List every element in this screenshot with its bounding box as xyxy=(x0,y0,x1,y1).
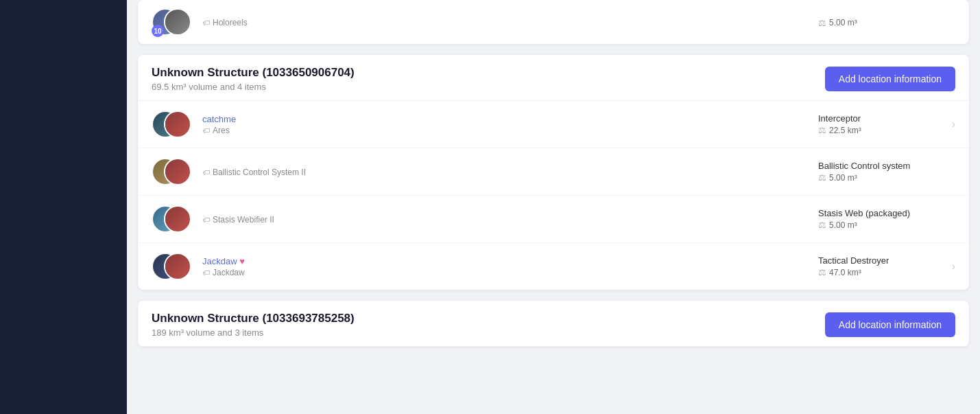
stasis-avatars xyxy=(152,204,193,234)
jackdaw-stats: Tactical Destroyer ⚖ 47.0 km³ xyxy=(818,255,945,277)
structure-2-header: Unknown Structure (1033693785258) 189 km… xyxy=(138,301,969,347)
jackdaw-volume: ⚖ 47.0 km³ xyxy=(818,267,945,277)
jackdaw-volume-text: 47.0 km³ xyxy=(829,268,861,277)
jackdaw-avatars xyxy=(152,251,193,281)
stasis-right: Stasis Web (packaged) ⚖ 5.00 m³ xyxy=(818,208,955,230)
stasis-volume: ⚖ 5.00 m³ xyxy=(818,220,955,230)
stasis-volume-text: 5.00 m³ xyxy=(829,220,857,230)
bcs-type: Ballistic Control system xyxy=(818,161,955,171)
jackdaw-tag-text: Jackdaw xyxy=(213,268,245,277)
holoreels-tag-text: Holoreels xyxy=(213,18,248,27)
top-item-card: 10 🏷 Holoreels ⚖ 5.00 m³ xyxy=(138,0,969,44)
holoreels-avatars: 10 xyxy=(152,7,193,37)
bcs-info: 🏷 Ballistic Control System II xyxy=(202,166,818,177)
jackdaw-tag: 🏷 Jackdaw xyxy=(202,268,818,277)
bcs-avatars xyxy=(152,157,193,187)
structure-2-subtitle: 189 km³ volume and 3 items xyxy=(152,327,355,338)
holoreels-tag-icon: 🏷 xyxy=(202,19,210,27)
jackdaw-info: Jackdaw ♥ 🏷 Jackdaw xyxy=(202,256,818,277)
holoreels-stats: ⚖ 5.00 m³ xyxy=(818,16,955,28)
jackdaw-chevron: › xyxy=(952,260,955,273)
stasis-tag-icon: 🏷 xyxy=(202,216,210,224)
holoreels-volume-icon: ⚖ xyxy=(818,18,826,28)
stasis-stats: Stasis Web (packaged) ⚖ 5.00 m³ xyxy=(818,208,955,230)
catchme-chevron: › xyxy=(952,118,955,130)
bcs-volume-text: 5.00 m³ xyxy=(829,173,857,183)
stasis-volume-icon: ⚖ xyxy=(818,220,826,230)
jackdaw-name-link[interactable]: Jackdaw ♥ xyxy=(202,256,245,266)
stasis-tag: 🏷 Stasis Webifier II xyxy=(202,215,818,225)
jackdaw-tag-icon: 🏷 xyxy=(202,268,210,277)
holoreels-badge: 10 xyxy=(152,25,164,37)
structure-2-title-block: Unknown Structure (1033693785258) 189 km… xyxy=(152,312,355,338)
catchme-tag-text: Ares xyxy=(213,126,230,135)
holoreels-volume: ⚖ 5.00 m³ xyxy=(818,18,955,28)
jackdaw-left: Jackdaw ♥ 🏷 Jackdaw xyxy=(152,251,818,281)
structure-2-title: Unknown Structure (1033693785258) xyxy=(152,312,355,325)
bcs-volume: ⚖ 5.00 m³ xyxy=(818,172,955,183)
bcs-tag-text: Ballistic Control System II xyxy=(213,168,306,177)
bcs-right: Ballistic Control system ⚖ 5.00 m³ xyxy=(818,161,955,183)
stasis-info: 🏷 Stasis Webifier II xyxy=(202,214,818,225)
catchme-volume: ⚖ 22.5 km³ xyxy=(818,125,945,135)
holoreels-row[interactable]: 10 🏷 Holoreels ⚖ 5.00 m³ xyxy=(138,0,969,44)
catchme-row[interactable]: catchme 🏷 Ares Interceptor ⚖ 22.5 km³ xyxy=(138,101,969,148)
stasis-tag-text: Stasis Webifier II xyxy=(213,215,274,225)
bcs-row: 🏷 Ballistic Control System II Ballistic … xyxy=(138,148,969,196)
main-content: 10 🏷 Holoreels ⚖ 5.00 m³ Un xyxy=(127,0,980,414)
jackdaw-name: Jackdaw ♥ xyxy=(202,256,818,266)
catchme-avatars xyxy=(152,109,193,139)
bcs-stats: Ballistic Control system ⚖ 5.00 m³ xyxy=(818,161,955,183)
stasis-type: Stasis Web (packaged) xyxy=(818,208,955,218)
stasis-left: 🏷 Stasis Webifier II xyxy=(152,204,818,234)
catchme-left: catchme 🏷 Ares xyxy=(152,109,818,139)
catchme-tag-icon: 🏷 xyxy=(202,126,210,135)
catchme-avatar-char xyxy=(164,111,191,138)
holoreels-volume-block: ⚖ 5.00 m³ xyxy=(818,16,955,28)
catchme-volume-text: 22.5 km³ xyxy=(829,126,861,135)
jackdaw-row[interactable]: Jackdaw ♥ 🏷 Jackdaw Tactical Destroyer ⚖… xyxy=(138,243,969,290)
structure-1-title-block: Unknown Structure (1033650906704) 69.5 k… xyxy=(152,66,355,92)
holoreels-tag: 🏷 Holoreels xyxy=(202,18,818,27)
bcs-tag-icon: 🏷 xyxy=(202,168,210,176)
sidebar xyxy=(0,0,127,414)
jackdaw-right: Tactical Destroyer ⚖ 47.0 km³ › xyxy=(818,255,955,277)
bcs-tag: 🏷 Ballistic Control System II xyxy=(202,168,818,177)
add-location-btn-1[interactable]: Add location information xyxy=(825,67,955,91)
holoreels-info: 🏷 Holoreels xyxy=(202,16,818,27)
structure-card-2: Unknown Structure (1033693785258) 189 km… xyxy=(138,301,969,347)
stasis-avatar-char xyxy=(164,205,191,233)
holoreels-avatar-right xyxy=(164,8,191,36)
holoreels-volume-text: 5.00 m³ xyxy=(829,18,857,27)
jackdaw-volume-icon: ⚖ xyxy=(818,267,826,277)
bcs-left: 🏷 Ballistic Control System II xyxy=(152,157,818,187)
catchme-info: catchme 🏷 Ares xyxy=(202,114,818,135)
catchme-name: catchme xyxy=(202,114,818,124)
structure-1-title: Unknown Structure (1033650906704) xyxy=(152,66,355,80)
catchme-stats: Interceptor ⚖ 22.5 km³ xyxy=(818,113,945,135)
structure-1-subtitle: 69.5 km³ volume and 4 items xyxy=(152,82,355,92)
jackdaw-avatar-char xyxy=(164,253,191,280)
catchme-type: Interceptor xyxy=(818,113,945,124)
catchme-volume-icon: ⚖ xyxy=(818,125,826,135)
structure-1-header: Unknown Structure (1033650906704) 69.5 k… xyxy=(138,55,969,101)
add-location-btn-2[interactable]: Add location information xyxy=(825,312,955,337)
jackdaw-heart: ♥ xyxy=(239,256,245,266)
structure-card-1: Unknown Structure (1033650906704) 69.5 k… xyxy=(138,55,969,290)
catchme-tag: 🏷 Ares xyxy=(202,126,818,135)
stasis-row: 🏷 Stasis Webifier II Stasis Web (package… xyxy=(138,196,969,243)
bcs-avatar-char xyxy=(164,158,191,185)
bcs-volume-icon: ⚖ xyxy=(818,172,826,183)
catchme-name-link[interactable]: catchme xyxy=(202,114,236,124)
jackdaw-type: Tactical Destroyer xyxy=(818,255,945,266)
catchme-right: Interceptor ⚖ 22.5 km³ › xyxy=(818,113,955,135)
holoreels-ship-img xyxy=(165,10,190,34)
